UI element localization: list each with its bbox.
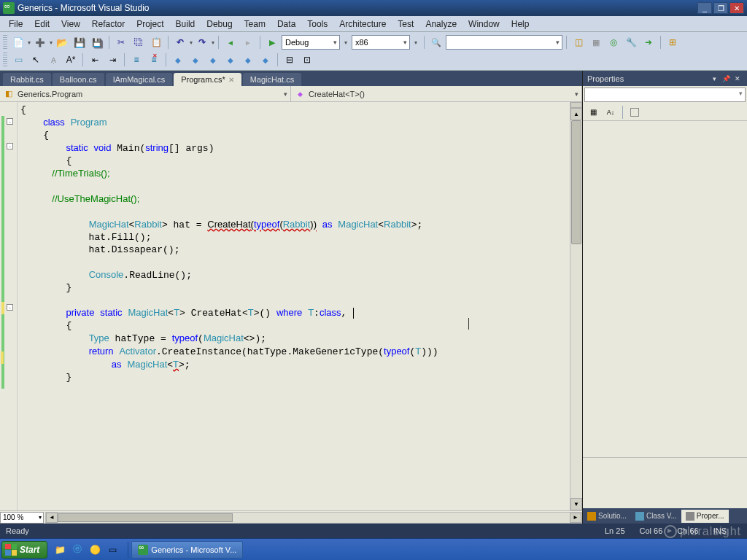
menu-team[interactable]: Team <box>239 18 271 31</box>
nav-back-button[interactable] <box>222 34 239 50</box>
menu-debug[interactable]: Debug <box>201 18 238 31</box>
find-in-files-button[interactable] <box>428 34 444 50</box>
menu-file[interactable]: File <box>3 18 28 31</box>
ql-show-desktop-icon[interactable]: ▭ <box>104 542 120 558</box>
toolbox-button[interactable]: 🔧 <box>623 34 639 50</box>
toolbar-grip[interactable] <box>3 35 7 50</box>
panel-dropdown-icon[interactable]: ▾ <box>709 74 719 84</box>
save-all-button[interactable] <box>89 34 105 50</box>
outline-toggle[interactable]: - <box>7 118 13 125</box>
restore-button[interactable]: ❐ <box>713 2 728 14</box>
hscroll-thumb[interactable] <box>58 513 233 522</box>
categorized-button[interactable]: ▦ <box>585 104 601 120</box>
new-project-button[interactable] <box>10 34 26 50</box>
scroll-thumb[interactable] <box>571 120 581 244</box>
solution-explorer-button[interactable]: ◫ <box>570 34 587 50</box>
properties-window-button[interactable] <box>588 34 604 50</box>
comment-button[interactable] <box>128 52 144 68</box>
menu-window[interactable]: Window <box>462 18 506 31</box>
bookmark-clear-button[interactable] <box>258 52 274 68</box>
menu-help[interactable]: Help <box>506 18 535 31</box>
display-object-button[interactable]: ▭ <box>10 52 26 68</box>
zoom-combo[interactable]: 100 % <box>0 512 44 524</box>
redo-button[interactable] <box>194 34 210 50</box>
tab-balloon[interactable]: Balloon.cs <box>53 73 104 86</box>
start-button[interactable]: Start <box>1 541 47 559</box>
tab-solution-explorer[interactable]: Solutio... <box>583 510 631 523</box>
scroll-left-button[interactable]: ◄ <box>46 513 58 523</box>
menu-architecture[interactable]: Architecture <box>333 18 392 31</box>
tab-program[interactable]: Program.cs*✕ <box>174 73 241 86</box>
add-item-button[interactable] <box>32 34 48 50</box>
ql-explorer-icon[interactable]: 📁 <box>52 542 68 558</box>
uncomment-button[interactable]: ✕ <box>146 52 162 68</box>
open-button[interactable] <box>54 34 70 50</box>
menu-refactor[interactable]: Refactor <box>86 18 131 31</box>
alphabetical-button[interactable]: A↓ <box>603 104 619 120</box>
property-pages-button[interactable] <box>627 104 643 120</box>
ql-ie-icon[interactable]: ⓔ <box>69 542 85 558</box>
bookmark-next-button[interactable] <box>205 52 221 68</box>
menu-project[interactable]: Project <box>131 18 169 31</box>
tab-properties[interactable]: Proper... <box>681 510 729 523</box>
panel-titlebar[interactable]: Properties ▾ 📌 ✕ <box>583 71 747 86</box>
scroll-down-button[interactable]: ▼ <box>570 498 582 510</box>
label-abc-button[interactable] <box>45 52 61 68</box>
tab-magichat[interactable]: MagicHat.cs <box>243 73 302 86</box>
scroll-right-button[interactable]: ► <box>570 513 581 523</box>
vertical-scrollbar[interactable]: ▲ ▼ <box>570 102 582 510</box>
object-browser-button[interactable]: ◎ <box>605 34 622 50</box>
bookmark-prev-button[interactable] <box>187 52 204 68</box>
minimize-button[interactable]: _ <box>697 2 712 14</box>
bookmark-toggle-button[interactable] <box>170 52 186 68</box>
bookmark-next-folder-button[interactable] <box>240 52 256 68</box>
outlining-margin[interactable]: --- <box>4 102 18 510</box>
menu-data[interactable]: Data <box>271 18 301 31</box>
platform-combo[interactable]: x86 <box>352 35 410 50</box>
menu-tools[interactable]: Tools <box>301 18 333 31</box>
undo-button[interactable] <box>172 34 188 50</box>
type-nav-combo[interactable]: Generics.Program <box>0 86 291 101</box>
select-button[interactable]: ↖ <box>28 52 44 68</box>
menu-test[interactable]: Test <box>392 18 419 31</box>
taskbar-app-button[interactable]: ∞ Generics - Microsoft V... <box>131 541 243 559</box>
menu-view[interactable]: View <box>55 18 86 31</box>
panel-close-icon[interactable]: ✕ <box>732 74 743 84</box>
increase-indent-button[interactable] <box>104 52 120 68</box>
split-handle[interactable] <box>570 102 582 108</box>
outline-toggle[interactable]: - <box>7 143 13 149</box>
menu-analyze[interactable]: Analyze <box>419 18 462 31</box>
scroll-up-button[interactable]: ▲ <box>570 108 582 120</box>
toolbar-grip-2[interactable] <box>3 52 7 67</box>
outline-toggle[interactable]: - <box>7 304 13 311</box>
code-text-area[interactable]: { class Program { static void Main(strin… <box>18 102 570 510</box>
tab-class-view[interactable]: Class V... <box>631 510 681 523</box>
tab-iammagical[interactable]: IAmMagical.cs <box>106 73 173 86</box>
code-editor[interactable]: --- { class Program { static void Main(s… <box>0 102 582 510</box>
window-split-button[interactable]: ⊟ <box>282 52 298 68</box>
decrease-indent-button[interactable] <box>87 52 103 68</box>
extension-manager-button[interactable]: ⊞ <box>665 34 681 50</box>
menu-build[interactable]: Build <box>170 18 201 31</box>
panel-pin-icon[interactable]: 📌 <box>721 74 731 84</box>
save-button[interactable] <box>71 34 88 50</box>
horizontal-scrollbar[interactable]: ◄ ► <box>45 512 582 524</box>
tab-rabbit[interactable]: Rabbit.cs <box>3 73 51 86</box>
window-full-button[interactable]: ⊡ <box>299 52 315 68</box>
label-asterisk-button[interactable]: A* <box>63 52 79 68</box>
copy-button[interactable] <box>131 34 147 50</box>
tab-close-icon[interactable]: ✕ <box>228 76 234 84</box>
properties-grid[interactable] <box>583 121 747 457</box>
ql-chrome-icon[interactable]: 🟡 <box>87 542 103 558</box>
find-combo[interactable] <box>446 35 562 50</box>
paste-button[interactable] <box>148 34 164 50</box>
start-page-button[interactable]: ➜ <box>640 34 657 50</box>
member-nav-combo[interactable]: CreateHat<T>() <box>291 86 582 101</box>
bookmark-prev-folder-button[interactable] <box>222 52 239 68</box>
start-debug-button[interactable] <box>264 34 280 50</box>
config-combo[interactable]: Debug <box>282 35 340 50</box>
close-button[interactable]: ✕ <box>729 2 744 14</box>
cut-button[interactable] <box>113 34 129 50</box>
properties-object-combo[interactable] <box>584 88 746 102</box>
menu-edit[interactable]: Edit <box>28 18 55 31</box>
